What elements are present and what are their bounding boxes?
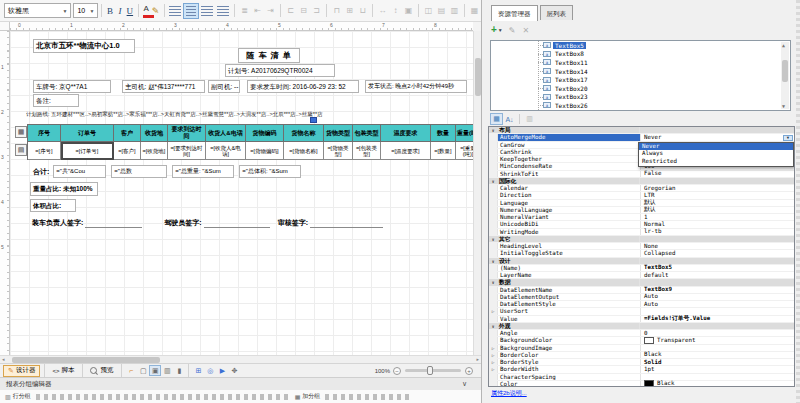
- property-value[interactable]: Auto: [641, 301, 794, 308]
- group-editor-header[interactable]: 报表分组编辑器 ∨: [0, 377, 481, 390]
- property-value[interactable]: False: [641, 170, 794, 177]
- dropdown-option[interactable]: Never: [639, 143, 793, 150]
- table-header-cell[interactable]: 温度要求: [381, 125, 431, 142]
- canvas-horizontal-scrollbar[interactable]: ◂ ▸: [0, 355, 481, 363]
- report-title-textbox[interactable]: 随 车 清 单: [238, 48, 300, 63]
- collapse-chevron-icon[interactable]: ∨: [489, 323, 497, 329]
- property-value[interactable]: 默认: [641, 206, 794, 213]
- property-value[interactable]: Black: [641, 351, 794, 358]
- property-value[interactable]: 1pt: [641, 366, 794, 373]
- multi-page-view-icon[interactable]: ▥: [161, 365, 173, 376]
- report-margins-icon[interactable]: ⌐: [125, 365, 137, 376]
- canvas-vertical-scrollbar[interactable]: [473, 31, 481, 355]
- table-detail-cell[interactable]: =[货物类型]: [324, 142, 353, 160]
- table-header-cell[interactable]: 重量(吨): [456, 125, 473, 142]
- property-help-link[interactable]: 属性2b说明...: [491, 389, 527, 398]
- table-header-cell[interactable]: 货物名称: [284, 125, 324, 142]
- table-header-cell[interactable]: 序号: [28, 125, 61, 142]
- co-driver-textbox[interactable]: 副司机: --: [208, 80, 240, 93]
- font-color-icon[interactable]: A: [142, 4, 151, 18]
- continuous-view-icon[interactable]: ▣: [149, 365, 161, 376]
- depart-time-textbox[interactable]: 要求发车时间: 2016-06-29 23: 52: [247, 80, 359, 93]
- collapse-chevron-icon[interactable]: ∨: [489, 236, 497, 242]
- property-value[interactable]: TextBox9: [641, 286, 794, 293]
- tab-designer[interactable]: ✎ 设计器: [3, 365, 40, 377]
- scroll-left-icon[interactable]: ◂: [2, 356, 5, 363]
- table-header-row-handle[interactable]: ▦: [15, 126, 27, 138]
- zoom-select-icon[interactable]: ◎: [204, 365, 216, 376]
- align-justify-button[interactable]: [215, 3, 231, 19]
- row-group-dropzone[interactable]: [36, 394, 288, 400]
- property-row[interactable]: DataElementStyleAuto: [489, 301, 794, 308]
- property-row[interactable]: AutoMergeModeNever▼: [489, 134, 794, 141]
- scroll-up-icon[interactable]: ▲: [782, 42, 785, 48]
- scrollbar-thumb[interactable]: [782, 60, 788, 82]
- delete-icon[interactable]: ✕: [523, 26, 530, 35]
- edit-icon[interactable]: ✎: [509, 26, 516, 35]
- collapse-chevron-icon[interactable]: ∨: [489, 258, 497, 264]
- dropdown-option[interactable]: Always: [639, 150, 793, 157]
- tree-item[interactable]: aTextBox14: [491, 67, 790, 76]
- align-left-button[interactable]: [167, 3, 183, 19]
- property-pages-icon[interactable]: ▥: [523, 113, 536, 125]
- collapse-chevron-icon[interactable]: ∨: [489, 279, 497, 285]
- tree-item[interactable]: aTextBox26: [491, 101, 790, 110]
- dropdown-button-icon[interactable]: ▼: [783, 135, 793, 141]
- table-detail-cell[interactable]: =[数量]: [431, 142, 456, 160]
- property-value[interactable]: 1: [641, 214, 794, 221]
- table-header-cell[interactable]: 货物编码: [246, 125, 284, 142]
- property-expand-icon[interactable]: ▷: [489, 352, 498, 358]
- total-expression-textbox[interactable]: ="总数: [111, 165, 167, 178]
- zoom-slider[interactable]: [405, 369, 461, 372]
- property-value[interactable]: TextBox5: [641, 264, 794, 271]
- tree-item[interactable]: aTextBox20: [491, 84, 790, 93]
- table-detail-cell[interactable]: =[订单号]: [61, 142, 114, 160]
- collapse-chevron-icon[interactable]: ∨: [489, 127, 497, 133]
- signature-label[interactable]: 驾驶员签字:: [164, 218, 201, 228]
- add-group-label[interactable]: 加分组: [302, 392, 320, 401]
- property-value[interactable]: LTR: [641, 192, 794, 199]
- table-detail-cell[interactable]: =[温度要求]: [381, 142, 431, 160]
- property-row[interactable]: BackgroundColorTransparent: [489, 337, 794, 344]
- table-header-cell[interactable]: 订单号: [61, 125, 114, 142]
- collapse-chevron-icon[interactable]: ∨: [462, 378, 467, 390]
- route-textbox[interactable]: 计划路线: 五环建材***区..>易初家纺**店..>家乐福***店..>天虹百…: [26, 111, 398, 121]
- zoom-in-icon[interactable]: +: [465, 367, 473, 375]
- dropdown-option[interactable]: Restricted: [639, 158, 793, 165]
- property-value[interactable]: Gregorian: [641, 185, 794, 192]
- table-header-cell[interactable]: 客户: [114, 125, 141, 142]
- snap-lines-icon[interactable]: ⊞: [192, 365, 204, 376]
- total-expression-textbox[interactable]: ="总重量: "&Sum: [172, 165, 234, 178]
- font-size-combo[interactable]: 10 ▼: [73, 3, 98, 18]
- property-row[interactable]: LayerNamedefault: [489, 272, 794, 279]
- property-value[interactable]: 默认: [641, 199, 794, 206]
- add-icon[interactable]: +: [491, 25, 497, 35]
- add-group-dropzone[interactable]: [325, 394, 411, 400]
- company-title-textbox[interactable]: 北京市五环**物流中心1.0: [33, 39, 135, 53]
- tree-scrollbar[interactable]: ▲ ▼: [781, 42, 789, 109]
- font-name-combo[interactable]: 软雅黑 ▼: [4, 3, 71, 18]
- table-detail-cell[interactable]: =[要求到达时间]: [168, 142, 206, 160]
- tree-item[interactable]: aTextBox11: [491, 58, 790, 67]
- pointer-tool-icon[interactable]: ▶: [216, 365, 228, 376]
- remark-textbox[interactable]: 备注:: [33, 94, 79, 107]
- zoom-out-icon[interactable]: −: [393, 367, 401, 375]
- tab-script[interactable]: <> 脚本: [48, 365, 78, 377]
- table-detail-cell[interactable]: =[客户]: [114, 142, 141, 160]
- scroll-down-icon[interactable]: ▼: [782, 103, 785, 109]
- signature-label[interactable]: 装车负责人签字:: [32, 218, 83, 228]
- tree-item[interactable]: aTextBox23: [491, 93, 790, 102]
- table-header-cell[interactable]: 收货地: [141, 125, 168, 142]
- property-row[interactable]: ColorBlack: [489, 381, 794, 387]
- zoom-slider-thumb[interactable]: [427, 366, 433, 375]
- underline-button[interactable]: U: [125, 3, 135, 19]
- chevron-down-icon[interactable]: ▼: [498, 27, 503, 33]
- property-row[interactable]: WritingModelr-tb: [489, 229, 794, 236]
- collapse-chevron-icon[interactable]: ∨: [489, 178, 497, 184]
- full-page-view-icon[interactable]: ▮: [173, 365, 185, 376]
- pan-tool-icon[interactable]: ✥: [228, 365, 240, 376]
- property-expand-icon[interactable]: ▷: [489, 359, 498, 365]
- table-detail-cell[interactable]: =[重量(吨)]: [456, 142, 473, 160]
- plan-no-textbox[interactable]: 计划号: A20170629QTR0024: [225, 64, 335, 77]
- property-row[interactable]: InitialToggleStateCollapsed: [489, 250, 794, 257]
